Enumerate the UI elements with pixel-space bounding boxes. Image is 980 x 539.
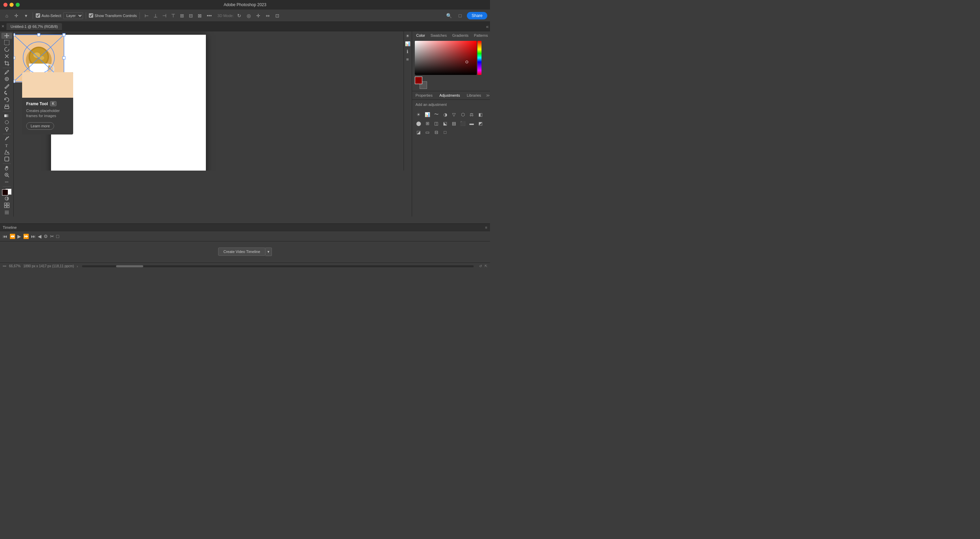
black-white-adj-icon[interactable]: ◧ — [477, 111, 484, 118]
layers-icon[interactable]: ≡ — [406, 57, 409, 62]
color-lookup-adj-icon[interactable]: ◫ — [433, 120, 440, 127]
hand-tool-button[interactable] — [2, 165, 12, 171]
workspace-icon[interactable]: □ — [456, 11, 464, 20]
selective-color-adj-icon[interactable]: ◩ — [477, 120, 484, 127]
document-tab[interactable]: Untitled-1 @ 66,7% (RGB/8) — [6, 23, 62, 30]
hue-slider[interactable] — [477, 41, 482, 75]
timeline-end-icon[interactable]: ⏭ — [31, 234, 36, 239]
posterize-adj-icon[interactable]: ▤ — [450, 120, 458, 127]
histogram-icon[interactable]: 📊 — [405, 41, 410, 46]
hsl-adj-icon[interactable]: ⬡ — [459, 111, 466, 118]
tab-adjustments[interactable]: Adjustments — [436, 91, 463, 99]
timeline-add-icon[interactable]: □ — [56, 234, 59, 239]
threed-rotate-icon[interactable]: ↻ — [235, 11, 243, 20]
transform-controls-checkbox[interactable] — [89, 13, 93, 18]
vibrance-adj-icon[interactable]: ▽ — [450, 111, 458, 118]
auto-select-dropdown[interactable]: Layer — [63, 12, 83, 19]
create-video-timeline-button[interactable]: Create Video Timeline — [218, 247, 265, 256]
rotate-view-icon[interactable]: ↺ — [479, 264, 482, 268]
tab-patterns[interactable]: Patterns — [471, 31, 490, 40]
dodge-tool-button[interactable] — [2, 126, 12, 132]
curves-adj-icon[interactable]: 〜 — [433, 111, 440, 118]
shape-tool-button[interactable] — [2, 156, 12, 162]
quick-mask-button[interactable] — [2, 195, 12, 202]
saturation-lightness-box[interactable] — [415, 41, 477, 75]
timeline-collapse-icon[interactable]: ≡ — [485, 225, 487, 230]
align-right-icon[interactable]: ⊣ — [160, 11, 169, 20]
threed-camera-icon[interactable]: ⊡ — [273, 11, 282, 20]
threed-pan-icon[interactable]: ✛ — [254, 11, 262, 20]
invert-adj-icon[interactable]: ⬕ — [441, 120, 449, 127]
color-swatches[interactable] — [2, 189, 11, 195]
levels-adj-icon[interactable]: 📊 — [424, 111, 431, 118]
align-top-icon[interactable]: ⊤ — [169, 11, 177, 20]
timeline-reverse-icon[interactable]: ◀ — [38, 234, 41, 239]
foreground-color-swatch[interactable] — [2, 189, 8, 195]
share-button[interactable]: Share — [467, 12, 487, 19]
move-tool-icon[interactable]: ✛ — [12, 11, 21, 20]
marquee-tool-button[interactable] — [2, 40, 12, 46]
timeline-play-icon[interactable]: ▶ — [18, 234, 21, 239]
healing-brush-button[interactable] — [2, 76, 12, 82]
gradient-fill-adj-icon[interactable]: ▭ — [424, 128, 431, 136]
blur-tool-button[interactable] — [2, 120, 12, 126]
exposure-adj-icon[interactable]: ◑ — [441, 111, 449, 118]
eyedropper-tool-button[interactable] — [2, 69, 12, 75]
canvas-area[interactable]: Frame Tool K Creates placeholder frames … — [14, 31, 412, 171]
brush-tool-button[interactable] — [2, 83, 12, 89]
timeline-settings-icon[interactable]: ⚙ — [43, 234, 48, 239]
pattern-adj-icon[interactable]: ⊟ — [433, 128, 440, 136]
timeline-start-icon[interactable]: ⏮ — [3, 234, 8, 239]
tab-swatches[interactable]: Swatches — [428, 31, 450, 40]
pen-tool-button[interactable] — [2, 136, 12, 142]
filter-icon[interactable]: ☀ — [406, 33, 410, 38]
tab-libraries[interactable]: Libraries — [463, 91, 485, 99]
threed-orbit-icon[interactable]: ◎ — [245, 11, 253, 20]
adj-panel-options-icon[interactable]: ≫ — [485, 92, 490, 99]
color-picker-dot[interactable] — [466, 61, 468, 63]
brightness-contrast-adj-icon[interactable]: ☀ — [415, 111, 422, 118]
scrollbar-thumb[interactable] — [116, 265, 143, 267]
search-icon[interactable]: 🔍 — [445, 11, 453, 20]
layer-comps-button[interactable] — [2, 209, 12, 215]
path-selection-button[interactable] — [2, 149, 12, 155]
gradient-map-adj-icon[interactable]: ▬ — [468, 120, 476, 127]
status-arrow-icon[interactable]: › — [76, 264, 78, 268]
color-balance-adj-icon[interactable]: ⚖ — [468, 111, 476, 118]
home-icon[interactable]: ⌂ — [3, 11, 11, 20]
solid-color-adj-icon[interactable]: ◪ — [415, 128, 422, 136]
move-tool-button[interactable] — [2, 33, 12, 39]
foreground-color-box[interactable] — [415, 77, 422, 84]
tab-color[interactable]: Color — [414, 31, 428, 40]
close-button[interactable] — [3, 3, 8, 7]
full-screen-icon[interactable]: ⇱ — [485, 264, 487, 268]
photo-filter-adj-icon[interactable]: ⬤ — [415, 120, 422, 127]
arrange-icon[interactable]: ▾ — [22, 11, 30, 20]
align-left-icon[interactable]: ⊢ — [143, 11, 151, 20]
clone-stamp-button[interactable] — [2, 90, 12, 96]
channel-mixer-adj-icon[interactable]: ⊞ — [424, 120, 431, 127]
select-subject-button[interactable] — [2, 53, 12, 59]
auto-select-checkbox[interactable] — [36, 13, 40, 18]
smart-adj-icon[interactable]: □ — [441, 128, 449, 136]
horizontal-scrollbar[interactable] — [82, 265, 474, 267]
align-center-h-icon[interactable]: ⊥ — [151, 11, 159, 20]
crop-tool-button[interactable] — [2, 60, 12, 66]
eraser-tool-button[interactable] — [2, 104, 12, 110]
timeline-prev-icon[interactable]: ⏪ — [10, 234, 15, 239]
type-tool-button[interactable]: T — [2, 142, 12, 148]
panel-collapse-icon[interactable]: « — [486, 24, 488, 29]
timeline-next-icon[interactable]: ⏩ — [23, 234, 29, 239]
learn-more-button[interactable]: Learn more — [26, 122, 54, 130]
align-bottom-icon[interactable]: ⊟ — [187, 11, 195, 20]
threshold-adj-icon[interactable]: ⬛ — [459, 120, 466, 127]
lasso-tool-button[interactable] — [2, 46, 12, 53]
tab-gradients[interactable]: Gradients — [450, 31, 471, 40]
more-tools-button[interactable]: ••• — [2, 179, 12, 185]
status-bar-dots-icon[interactable]: ••• — [3, 264, 6, 268]
more-options-icon[interactable]: ••• — [205, 11, 213, 20]
timeline-cut-icon[interactable]: ✂ — [50, 234, 54, 239]
history-brush-button[interactable] — [2, 97, 12, 103]
tab-properties[interactable]: Properties — [412, 91, 436, 99]
tab-close-icon[interactable]: ✕ — [2, 24, 5, 29]
